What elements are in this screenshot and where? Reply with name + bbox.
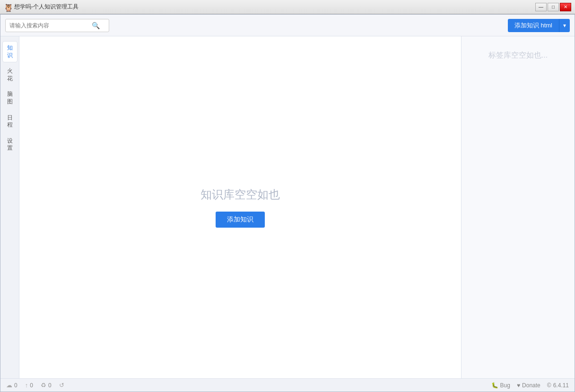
minimize-button[interactable]: — xyxy=(535,3,547,11)
upload-icon: ↑ xyxy=(25,382,28,389)
status-cloud: ☁ 0 xyxy=(6,382,17,389)
status-refresh[interactable]: ↺ xyxy=(59,382,64,389)
right-panel: 标签库空空如也... xyxy=(461,36,575,378)
sidebar: 知 识 火 花 脑 图 日 程 设 置 xyxy=(0,36,19,378)
titlebar-left: 🦉 想学吗-个人知识管理工具 xyxy=(4,3,78,11)
search-box: 🔍 xyxy=(5,19,109,32)
donate-button[interactable]: ♥ Donate xyxy=(517,382,540,389)
search-input[interactable] xyxy=(9,22,90,29)
titlebar-title: 想学吗-个人知识管理工具 xyxy=(14,3,78,11)
titlebar-controls: — □ ✕ xyxy=(535,3,571,11)
version-label: © 6.4.11 xyxy=(547,382,569,389)
titlebar: 🦉 想学吗-个人知识管理工具 — □ ✕ xyxy=(0,0,575,14)
add-knowledge-dropdown-button[interactable]: ▾ xyxy=(559,19,570,32)
statusbar: ☁ 0 ↑ 0 ♻ 0 ↺ 🐛 Bug ♥ Donate © 6.4. xyxy=(0,378,575,392)
status-cloud-value: 0 xyxy=(14,382,17,389)
donate-icon: ♥ xyxy=(517,382,520,389)
close-button[interactable]: ✕ xyxy=(560,3,571,11)
refresh-icon: ↺ xyxy=(59,382,64,389)
version-icon: © xyxy=(547,382,551,389)
body-area: 知 识 火 花 脑 图 日 程 设 置 知识库空空如也 添加知识 标签库空空如也… xyxy=(0,36,575,378)
donate-label: Donate xyxy=(522,382,540,389)
empty-knowledge-text: 知识库空空如也 xyxy=(200,187,280,202)
sidebar-item-mindmap[interactable]: 脑 图 xyxy=(2,87,17,109)
status-sync-value: 0 xyxy=(48,382,52,389)
empty-content: 知识库空空如也 添加知识 xyxy=(19,36,461,378)
toolbar: 🔍 添加知识 html ▾ xyxy=(0,15,575,36)
status-right: 🐛 Bug ♥ Donate © 6.4.11 xyxy=(491,382,569,389)
add-knowledge-button[interactable]: 添加知识 html xyxy=(508,19,559,32)
maximize-button[interactable]: □ xyxy=(548,3,559,11)
add-btn-group: 添加知识 html ▾ xyxy=(508,19,570,32)
bug-icon: 🐛 xyxy=(491,382,498,389)
sidebar-item-schedule[interactable]: 日 程 xyxy=(2,111,17,132)
main-window: 🔍 添加知识 html ▾ 知 识 火 花 脑 图 日 程 设 置 知识库空空如… xyxy=(0,14,575,392)
sidebar-item-spark[interactable]: 火 花 xyxy=(2,64,17,85)
sidebar-item-knowledge[interactable]: 知 识 xyxy=(2,41,17,62)
bug-button[interactable]: 🐛 Bug xyxy=(491,382,510,389)
sidebar-item-settings[interactable]: 设 置 xyxy=(2,134,17,155)
app-icon: 🦉 xyxy=(4,3,11,11)
sync-icon: ♻ xyxy=(41,382,46,389)
bug-label: Bug xyxy=(500,382,510,389)
add-knowledge-center-button[interactable]: 添加知识 xyxy=(216,212,265,228)
status-sync: ♻ 0 xyxy=(41,382,52,389)
status-upload-value: 0 xyxy=(30,382,33,389)
cloud-icon: ☁ xyxy=(6,382,12,389)
tag-empty-text: 标签库空空如也... xyxy=(488,51,548,60)
chevron-down-icon: ▾ xyxy=(563,22,566,29)
content-area: 知识库空空如也 添加知识 xyxy=(19,36,461,378)
version-text: 6.4.11 xyxy=(553,382,569,389)
search-icon: 🔍 xyxy=(92,22,100,29)
status-upload: ↑ 0 xyxy=(25,382,33,389)
